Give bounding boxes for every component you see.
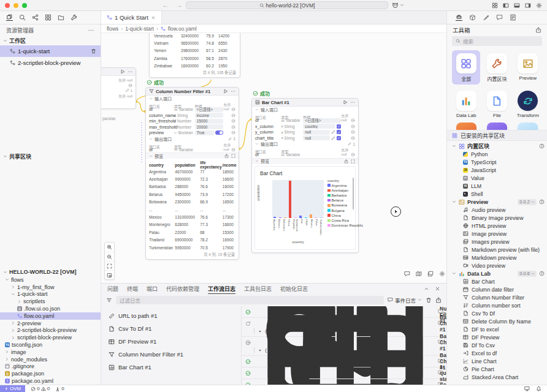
checkbox-checked-icon[interactable]: ✓ (337, 124, 341, 129)
toolbox-block-item[interactable]: DF Preview (447, 333, 547, 341)
tools-view-icon[interactable] (71, 14, 77, 21)
brush-tab-icon[interactable] (483, 14, 489, 21)
checkbox-checked-icon[interactable]: ✓ (337, 136, 341, 140)
toolbox-block-item[interactable]: DF to excel (447, 325, 547, 333)
window-title-search[interactable]: hello-world-22 [OVM] (186, 1, 388, 9)
version-select[interactable]: 0.0.2 (518, 199, 537, 205)
legend-item[interactable]: Azerbaijan (327, 188, 363, 193)
toolbox-block-item[interactable]: Binary Image preview (447, 214, 547, 222)
event-log-dropdown[interactable]: 事件日志 (388, 296, 422, 304)
toolbox-block-item[interactable]: Markdown preview (with file) (447, 246, 547, 254)
toolbox-block-item[interactable]: Delete Column By Name (447, 317, 547, 325)
panel-tab[interactable]: 端口 (147, 284, 158, 294)
toolbox-category-tools[interactable]: 内置区块 (483, 50, 511, 85)
port-row[interactable]: y_column ≡String null ✓ (252, 129, 358, 135)
toolbox-block-item[interactable]: ≔Value (447, 174, 547, 182)
port-value[interactable]: <已连线> (195, 107, 224, 112)
toolbox-block-item[interactable]: Line Chart (447, 357, 547, 365)
port-row[interactable]: max_threshold #Number 20000 (146, 124, 239, 130)
info-icon[interactable] (539, 271, 545, 276)
gear-icon[interactable] (439, 271, 445, 277)
bar-chart-node[interactable]: Bar Chart #1 输入端口 端口名类型数据允许 null df ⋈Var… (251, 98, 359, 253)
toolbox-block-item[interactable]: Markdown preview (447, 254, 547, 262)
clear-logs-icon[interactable] (426, 297, 432, 303)
toolbox-block-item[interactable]: >_Shell (447, 190, 547, 198)
toolbox-block-item[interactable]: JSJavaScript (447, 166, 547, 174)
monitor-icon[interactable] (524, 386, 530, 391)
search-view-icon[interactable] (19, 14, 26, 21)
workspace-item[interactable]: 1-quick-start (0, 45, 101, 57)
tree-item[interactable]: ◆.gitignore (0, 363, 101, 371)
tree-item[interactable]: 2-scriptlet-block-preview (0, 327, 101, 334)
panel-tab[interactable]: 问题 (107, 284, 118, 294)
open-preview-icon[interactable] (224, 154, 229, 158)
legend-item[interactable]: Bulgaria (327, 208, 363, 213)
toggle-on[interactable] (215, 130, 223, 135)
node-more-icon[interactable] (350, 100, 355, 105)
breadcrumb-item[interactable]: flows (107, 26, 118, 32)
workspace-item[interactable]: 2-scriptlet-block-preview (0, 57, 101, 69)
package-tab-icon[interactable] (469, 14, 476, 21)
toggle-left-panel-icon[interactable] (503, 2, 509, 9)
checkbox-checked-icon[interactable]: ✓ (337, 130, 341, 134)
port-value[interactable]: 20000 (195, 124, 224, 129)
ports-status[interactable]: 0 (55, 386, 64, 391)
log-node-item[interactable]: Csv To Df #1 (101, 322, 241, 335)
tree-item[interactable]: node_modules (0, 356, 101, 363)
log-comment-icon[interactable] (438, 339, 443, 345)
edit-pencil-icon[interactable] (331, 136, 335, 140)
toolbox-block-item[interactable]: TSTypeScript (447, 158, 547, 166)
preview-section-header[interactable]: 预览 (252, 158, 358, 164)
partial-node[interactable]: 允许 null 1 允许 null (101, 67, 136, 109)
toolbox-category-file[interactable]: File (483, 88, 511, 121)
panel-tab[interactable]: 工作流日志 (208, 284, 235, 294)
toolbox-tab-icon[interactable] (456, 14, 462, 21)
section-workspace[interactable]: 工作区 (0, 36, 101, 45)
log-node-item[interactable]: Bar Chart #1 (101, 361, 241, 374)
close-panel-icon[interactable] (435, 286, 440, 292)
port-row[interactable]: column_name ≡String income (146, 113, 239, 119)
log-comment-icon[interactable] (438, 309, 443, 314)
port-row[interactable]: x_column ≡String country ✓ (252, 124, 358, 130)
legend-item[interactable]: Barbados (327, 193, 363, 198)
toolbox-block-item[interactable]: Excel to df (447, 349, 547, 357)
assistant-button[interactable] (392, 2, 404, 9)
toolbox-block-item[interactable]: Column Number Filter (447, 293, 547, 301)
flow-canvas[interactable]: Venezuela3240000075.914200Vietnam9650000… (101, 33, 446, 283)
more-icon[interactable] (128, 69, 132, 74)
legend-item[interactable]: Dominican Republic (327, 223, 363, 228)
node-header[interactable]: Bar Chart #1 (252, 99, 358, 107)
forward-icon[interactable]: → (176, 2, 182, 9)
column-number-filter-node[interactable]: Column Number Filter #1 输入端口 端口名类型数据允许 n… (145, 87, 239, 260)
toolbox-group-header[interactable]: 内置区块 (447, 142, 547, 150)
legend-item[interactable]: Costa Rica (327, 218, 363, 223)
panel-tab[interactable]: 代码依赖管理 (166, 284, 199, 294)
log-comment-icon[interactable] (438, 320, 443, 326)
tree-item[interactable]: flow.oo.yaml (0, 312, 101, 320)
zoom-out-button[interactable] (105, 252, 114, 261)
chat-tab-icon[interactable] (496, 14, 503, 21)
toolbox-block-item[interactable]: Column date filter (447, 285, 547, 293)
maximize-window-button[interactable] (22, 3, 27, 8)
port-row[interactable]: chart_title ≡String null ✓ (252, 135, 358, 141)
legend-item[interactable]: Argentina (327, 183, 363, 188)
run-node-icon[interactable] (343, 100, 348, 105)
port-row[interactable]: preview ⊨Boolean True (146, 130, 239, 136)
toolbox-block-item[interactable]: Bar Chart (447, 277, 547, 285)
port-row[interactable]: min_threshold #Number 15000 (146, 118, 239, 124)
notes-tab-icon[interactable] (510, 14, 516, 21)
minimap-button[interactable] (105, 270, 114, 279)
toolbox-category-transform[interactable]: Transform (514, 88, 542, 121)
node-header[interactable]: Column Number Filter #1 (146, 88, 239, 96)
expand-preview-icon[interactable] (351, 159, 355, 164)
toolbox-block-item[interactable]: Image preview (447, 230, 547, 238)
breadcrumb-item[interactable]: 1-quick-start (125, 26, 154, 32)
problems-status[interactable]: 0 0 (31, 386, 50, 391)
log-entry[interactable]: Session 0fd9152c ≫ finished at 2025/3/19… (242, 379, 446, 385)
tab-quick-start[interactable]: 1 Quick Start (101, 11, 162, 24)
expand-preview-icon[interactable] (231, 154, 235, 158)
run-node-icon[interactable] (120, 69, 125, 74)
toolbox-block-item[interactable]: AILLM (447, 182, 547, 190)
tree-item[interactable]: 1-quick-start (0, 291, 101, 298)
preview-section-header[interactable]: 预览 (146, 153, 239, 159)
